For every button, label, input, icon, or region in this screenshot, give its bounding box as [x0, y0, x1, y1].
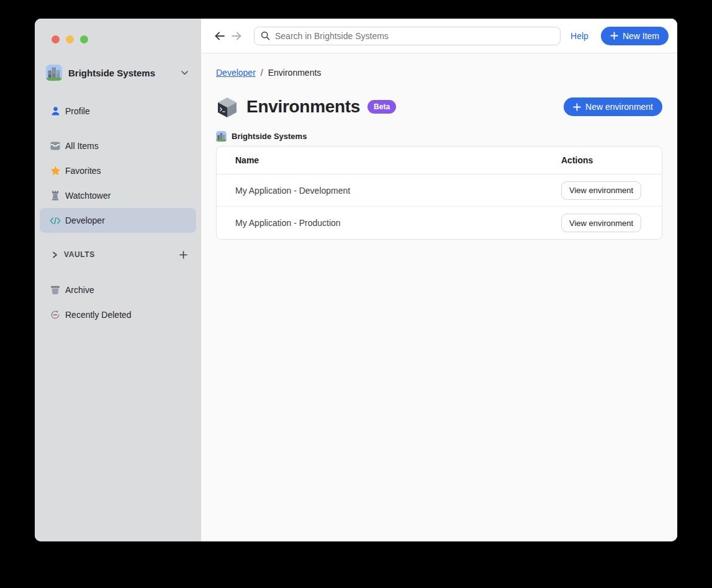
environments-table: Name Actions My Application - Developmen…	[216, 146, 662, 240]
org-label: Brightside Systems	[232, 132, 307, 141]
breadcrumb-developer-link[interactable]: Developer	[216, 68, 256, 78]
chevron-down-icon	[181, 71, 188, 75]
column-header-actions: Actions	[561, 155, 662, 165]
view-environment-button[interactable]: View environment	[561, 181, 641, 200]
back-button[interactable]	[212, 29, 227, 43]
chevron-right-icon[interactable]	[52, 251, 58, 258]
person-icon	[50, 106, 61, 117]
search-input[interactable]	[275, 31, 554, 41]
table-row: My Application - Production View environ…	[217, 207, 662, 239]
beta-badge: Beta	[367, 100, 396, 114]
app-window: Brightside Systems Profile	[35, 19, 677, 541]
sidebar: Brightside Systems Profile	[35, 19, 201, 541]
new-item-label: New Item	[623, 31, 659, 41]
sidebar-item-watchtower[interactable]: Watchtower	[40, 183, 196, 208]
magnifier-icon	[261, 31, 270, 40]
breadcrumb-current: Environments	[268, 68, 322, 78]
sidebar-item-label: All Items	[65, 141, 99, 151]
page-title: Environments	[246, 97, 360, 117]
main-panel: Help New Item Developer / Environments	[201, 19, 677, 541]
vaults-label[interactable]: VAULTS	[64, 250, 173, 259]
sidebar-item-label: Profile	[65, 106, 90, 116]
table-header: Name Actions	[217, 147, 662, 174]
cube-terminal-icon	[216, 96, 238, 118]
sidebar-item-label: Developer	[65, 215, 105, 225]
table-row: My Application - Development View enviro…	[217, 174, 662, 207]
sidebar-item-all-items[interactable]: All Items	[40, 133, 196, 158]
sidebar-item-label: Archive	[65, 285, 94, 295]
code-icon	[50, 215, 61, 226]
plus-icon	[610, 32, 618, 40]
forward-button[interactable]	[229, 29, 244, 43]
plus-icon[interactable]	[179, 251, 187, 259]
vaults-section-header: VAULTS	[35, 242, 201, 267]
sidebar-item-label: Favorites	[65, 166, 101, 176]
view-environment-button[interactable]: View environment	[561, 214, 641, 232]
sidebar-item-developer[interactable]: Developer	[40, 208, 196, 233]
environment-name: My Application - Production	[217, 218, 561, 228]
archive-box-icon	[50, 284, 61, 296]
org-switcher[interactable]: Brightside Systems	[46, 65, 188, 81]
sidebar-item-label: Watchtower	[65, 191, 110, 201]
sidebar-item-profile[interactable]: Profile	[40, 99, 196, 124]
new-item-button[interactable]: New Item	[601, 27, 669, 45]
arrow-left-icon	[214, 31, 225, 41]
star-icon	[50, 165, 61, 176]
building-icon	[216, 131, 227, 142]
org-name: Brightside Systems	[68, 68, 175, 78]
page-header: Environments Beta New environment	[216, 96, 662, 118]
close-window-button[interactable]	[52, 35, 60, 43]
sidebar-footer: Archive Recently Deleted	[35, 278, 201, 327]
minimize-window-button[interactable]	[66, 35, 74, 43]
building-icon	[46, 65, 62, 81]
help-link[interactable]: Help	[570, 31, 588, 41]
environment-name: My Application - Development	[217, 186, 561, 196]
tray-icon	[50, 140, 61, 152]
tower-icon	[50, 190, 61, 201]
page-content: Developer / Environments Environments Be…	[201, 53, 677, 240]
sidebar-item-label: Recently Deleted	[65, 310, 132, 320]
toolbar: Help New Item	[201, 19, 677, 53]
breadcrumb-separator: /	[261, 68, 263, 78]
sidebar-nav: Profile All Items Favorites	[35, 99, 201, 233]
new-environment-button[interactable]: New environment	[564, 97, 662, 116]
zoom-window-button[interactable]	[80, 35, 88, 43]
new-environment-label: New environment	[585, 102, 653, 112]
plus-icon	[573, 103, 581, 111]
sidebar-item-favorites[interactable]: Favorites	[40, 158, 196, 183]
arrow-right-icon	[231, 31, 243, 41]
breadcrumb: Developer / Environments	[216, 68, 662, 78]
window-controls	[35, 19, 201, 43]
sidebar-item-archive[interactable]: Archive	[40, 278, 196, 302]
org-section-label: Brightside Systems	[216, 131, 662, 142]
sidebar-item-recently-deleted[interactable]: Recently Deleted	[40, 302, 196, 327]
column-header-name: Name	[217, 155, 561, 165]
search-field[interactable]	[254, 27, 561, 45]
restore-minus-icon	[50, 309, 61, 320]
sidebar-spacer	[35, 124, 201, 133]
